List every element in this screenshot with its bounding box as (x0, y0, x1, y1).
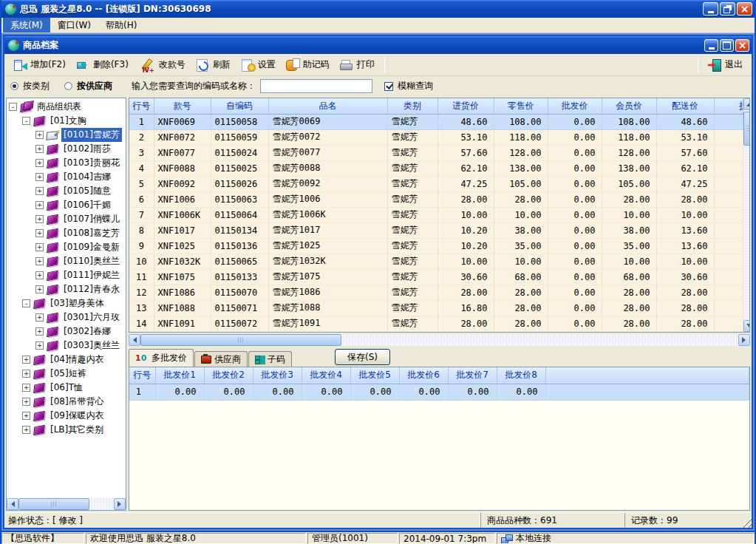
table-row[interactable]: 7XNF1006K01150064雪妮芳1006K雪妮芳10.0010.000.… (129, 207, 743, 222)
tree-item[interactable]: +[08]吊带背心 (7, 395, 126, 409)
expand-icon[interactable]: + (22, 412, 30, 420)
tree-item[interactable]: +[0106]千媚 (7, 198, 126, 212)
tree-item[interactable]: +[05]短裤 (7, 367, 126, 381)
tree-item-label[interactable]: [0110]奥丝兰 (61, 254, 122, 268)
table-cell[interactable]: 10.00 (494, 254, 548, 269)
tree-item-label[interactable]: [0108]嘉芝芳 (61, 226, 122, 240)
table-row[interactable]: 12XNF108601150070雪妮芳1086雪妮芳28.0028.000.0… (129, 285, 743, 300)
column-header[interactable]: 自编码 (211, 98, 268, 114)
fuzzy-search-checkbox[interactable] (384, 82, 393, 91)
refresh-button[interactable]: 刷新 (191, 56, 235, 74)
table-cell[interactable]: 0.00 (399, 384, 448, 400)
table-cell[interactable]: 53.10 (437, 129, 494, 145)
table-cell[interactable]: 48.60 (437, 114, 494, 129)
table-cell[interactable]: XNF0092 (154, 176, 211, 191)
scroll-up-button[interactable] (743, 98, 751, 110)
table-cell[interactable]: 01150024 (211, 145, 268, 160)
table-cell[interactable]: 30.60 (437, 269, 494, 285)
expand-icon[interactable]: + (22, 398, 30, 406)
table-cell[interactable]: 0.00 (548, 316, 602, 331)
table-cell[interactable]: 0.00 (548, 254, 602, 269)
table-cell[interactable]: 57.60 (656, 145, 714, 160)
tree-item[interactable]: +[0112]青春永 (7, 282, 126, 296)
table-cell[interactable]: 0.00 (204, 384, 253, 400)
table-cell[interactable]: 0.00 (548, 238, 602, 254)
table-cell[interactable]: 62.10 (437, 160, 494, 176)
by-category-label[interactable]: 按类别 (23, 80, 50, 92)
table-cell[interactable]: 10 (129, 254, 154, 269)
table-cell[interactable]: 01150070 (211, 285, 268, 300)
table-cell[interactable]: 53.10 (656, 129, 714, 145)
by-supplier-label[interactable]: 按供应商 (77, 80, 112, 92)
table-cell[interactable]: 01150063 (211, 191, 268, 207)
tree-item-label[interactable]: [01]文胸 (48, 114, 89, 128)
table-cell[interactable]: XNF1025 (154, 238, 211, 254)
table-cell[interactable] (714, 222, 743, 238)
tree-item-label[interactable]: [06]T恤 (48, 381, 85, 395)
table-cell[interactable]: XNF1032K (154, 254, 211, 269)
table-cell[interactable]: 雪妮芳0092 (268, 176, 387, 191)
expand-icon[interactable]: + (35, 131, 44, 139)
tree-item-label[interactable]: [0107]俏蝶儿 (61, 212, 122, 226)
tree-item[interactable]: +[06]T恤 (7, 381, 126, 395)
table-row[interactable]: 14XNF109101150072雪妮芳1091雪妮芳28.0028.000.0… (129, 316, 743, 331)
tree-item[interactable]: +[0303]奥丝兰 (7, 339, 126, 353)
table-cell[interactable]: 01150133 (211, 269, 268, 285)
table-cell[interactable] (714, 254, 743, 269)
delete-button[interactable]: 删除(F3) (72, 56, 133, 74)
expand-icon[interactable]: + (35, 327, 44, 336)
close-button[interactable] (737, 2, 752, 16)
table-cell[interactable]: XNF1075 (154, 269, 211, 285)
table-cell[interactable]: 01150071 (211, 300, 268, 316)
table-cell[interactable]: 138.00 (602, 160, 656, 176)
table-cell[interactable]: 47.25 (656, 176, 714, 191)
table-cell[interactable]: 雪妮芳 (387, 254, 437, 269)
column-header[interactable]: 折 (714, 98, 743, 114)
table-cell[interactable]: XNF1088 (154, 300, 211, 316)
table-cell[interactable]: 105.00 (494, 176, 548, 191)
restore-button[interactable] (720, 2, 735, 16)
column-header[interactable]: 行号 (129, 98, 154, 114)
collapse-icon[interactable]: - (22, 117, 30, 125)
scrollbar-thumb[interactable] (743, 112, 751, 146)
table-cell[interactable]: 0.00 (548, 160, 602, 176)
column-header[interactable] (545, 367, 749, 384)
menu-system[interactable]: 系统(M) (3, 18, 50, 33)
column-header[interactable]: 批发价1 (155, 367, 204, 384)
menu-window[interactable]: 窗口(W) (50, 18, 98, 33)
table-cell[interactable]: 30.60 (656, 269, 714, 285)
table-cell[interactable]: 0.00 (497, 384, 545, 400)
column-header[interactable]: 进货价 (437, 98, 494, 114)
table-cell[interactable]: XNF0069 (154, 114, 211, 129)
scroll-left-button[interactable] (7, 498, 18, 510)
table-cell[interactable]: 28.00 (602, 300, 656, 316)
tree-item-label[interactable]: [0111]伊妮兰 (61, 268, 122, 282)
fuzzy-search-label[interactable]: 模糊查询 (398, 80, 433, 92)
table-cell[interactable]: 28.00 (494, 285, 548, 300)
table-cell[interactable]: 雪妮芳1088 (268, 300, 387, 316)
table-cell[interactable]: 0.00 (350, 384, 399, 400)
table-cell[interactable]: 0.00 (548, 269, 602, 285)
tree-item-label[interactable]: [03]塑身美体 (48, 296, 106, 310)
table-cell[interactable]: 0.00 (548, 222, 602, 238)
table-cell[interactable]: XNF0072 (154, 129, 211, 145)
table-cell[interactable]: 62.10 (656, 160, 714, 176)
tree-item-label[interactable]: [0105]随意 (61, 184, 113, 198)
column-header[interactable]: 批发价 (548, 98, 602, 114)
table-cell[interactable]: 1 (129, 384, 155, 400)
tree-item-label[interactable]: [0106]千媚 (61, 198, 113, 212)
tree-item-label[interactable]: [09]保暖内衣 (48, 409, 106, 423)
table-cell[interactable]: 28.00 (437, 191, 494, 207)
table-cell[interactable]: 28.00 (437, 285, 494, 300)
table-cell[interactable]: 0.00 (548, 207, 602, 222)
tree-item[interactable]: +[0105]随意 (7, 184, 126, 198)
table-cell[interactable]: XNF1091 (154, 316, 211, 331)
table-cell[interactable]: 108.00 (602, 114, 656, 129)
expand-icon[interactable]: + (35, 173, 44, 181)
expand-icon[interactable]: + (35, 229, 44, 237)
collapse-icon[interactable]: - (9, 103, 17, 111)
table-cell[interactable]: 01150136 (211, 238, 268, 254)
tree-item-label[interactable]: [0103]贵丽花 (61, 156, 122, 170)
table-cell[interactable]: 38.00 (602, 222, 656, 238)
tree-item[interactable]: +[0302]春娜 (7, 324, 126, 339)
